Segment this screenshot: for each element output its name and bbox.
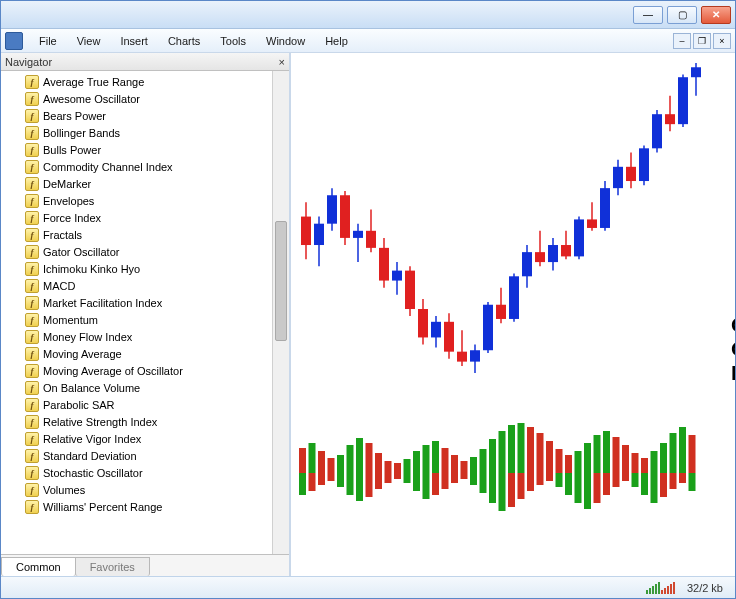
menu-insert[interactable]: Insert: [110, 32, 158, 50]
menu-tools[interactable]: Tools: [210, 32, 256, 50]
svg-rect-136: [603, 473, 610, 495]
indicator-item[interactable]: fBears Power: [25, 107, 272, 124]
indicator-item[interactable]: fBollinger Bands: [25, 124, 272, 141]
indicator-item[interactable]: fFractals: [25, 226, 272, 243]
menubar: File View Insert Charts Tools Window Hel…: [1, 29, 735, 53]
mdi-close-button[interactable]: ×: [713, 33, 731, 49]
svg-rect-145: [689, 473, 696, 491]
indicator-item[interactable]: fEnvelopes: [25, 192, 272, 209]
svg-rect-55: [652, 114, 662, 148]
svg-rect-113: [385, 473, 392, 483]
menu-view[interactable]: View: [67, 32, 111, 50]
chart-area[interactable]: Gator Oscillator Indicator: [291, 53, 735, 576]
indicator-item[interactable]: fForce Index: [25, 209, 272, 226]
indicator-item[interactable]: fRelative Vigor Index: [25, 430, 272, 447]
indicator-icon: f: [25, 347, 39, 361]
indicator-label: Parabolic SAR: [43, 399, 115, 411]
mdi-restore-button[interactable]: ❐: [693, 33, 711, 49]
indicator-icon: f: [25, 398, 39, 412]
svg-rect-5: [327, 195, 337, 223]
mdi-minimize-button[interactable]: –: [673, 33, 691, 49]
indicator-icon: f: [25, 381, 39, 395]
svg-rect-119: [442, 473, 449, 489]
indicator-item[interactable]: fRelative Strength Index: [25, 413, 272, 430]
svg-rect-51: [626, 167, 636, 181]
indicator-item[interactable]: fGator Oscillator: [25, 243, 272, 260]
tab-common[interactable]: Common: [1, 557, 76, 576]
indicator-item[interactable]: fMoving Average: [25, 345, 272, 362]
indicator-icon: f: [25, 160, 39, 174]
menu-charts[interactable]: Charts: [158, 32, 210, 50]
svg-rect-93: [594, 435, 601, 473]
menu-window[interactable]: Window: [256, 32, 315, 50]
indicator-item[interactable]: fMoving Average of Oscillator: [25, 362, 272, 379]
indicator-label: Williams' Percent Range: [43, 501, 162, 513]
navigator-tabs: Common Favorites: [1, 554, 289, 576]
indicator-item[interactable]: fMomentum: [25, 311, 272, 328]
indicator-item[interactable]: fStandard Deviation: [25, 447, 272, 464]
svg-rect-35: [522, 252, 532, 276]
indicator-item[interactable]: fWilliams' Percent Range: [25, 498, 272, 515]
indicator-label: Force Index: [43, 212, 101, 224]
svg-rect-107: [328, 473, 335, 481]
svg-rect-82: [489, 439, 496, 473]
indicator-label: Gator Oscillator: [43, 246, 119, 258]
indicator-label: Average True Range: [43, 76, 144, 88]
svg-rect-72: [394, 463, 401, 473]
scrollbar-thumb[interactable]: [275, 221, 287, 341]
svg-rect-85: [518, 423, 525, 473]
svg-rect-65: [328, 458, 335, 473]
svg-rect-100: [660, 443, 667, 473]
indicator-icon: f: [25, 143, 39, 157]
svg-rect-47: [600, 188, 610, 228]
indicator-item[interactable]: fMACD: [25, 277, 272, 294]
maximize-button[interactable]: ▢: [667, 6, 697, 24]
svg-rect-61: [691, 67, 701, 77]
indicator-label: Bears Power: [43, 110, 106, 122]
svg-rect-98: [641, 458, 648, 473]
indicator-item[interactable]: fAwesome Oscillator: [25, 90, 272, 107]
indicator-item[interactable]: fIchimoku Kinko Hyo: [25, 260, 272, 277]
svg-rect-90: [565, 455, 572, 473]
minimize-button[interactable]: —: [633, 6, 663, 24]
indicator-icon: f: [25, 75, 39, 89]
svg-rect-137: [613, 473, 620, 487]
indicator-label: Commodity Channel Index: [43, 161, 173, 173]
svg-rect-53: [639, 148, 649, 181]
svg-rect-110: [356, 473, 363, 501]
svg-rect-84: [508, 425, 515, 473]
app-icon: [5, 32, 23, 50]
svg-rect-129: [537, 473, 544, 485]
indicator-label: Fractals: [43, 229, 82, 241]
indicator-item[interactable]: fMarket Facilitation Index: [25, 294, 272, 311]
tab-favorites[interactable]: Favorites: [75, 557, 150, 576]
navigator-close-icon[interactable]: ×: [279, 56, 285, 68]
connection-signal-icon: [646, 582, 675, 594]
svg-rect-96: [622, 445, 629, 473]
indicator-label: Bollinger Bands: [43, 127, 120, 139]
indicator-item[interactable]: fMoney Flow Index: [25, 328, 272, 345]
indicator-item[interactable]: fCommodity Channel Index: [25, 158, 272, 175]
indicator-list[interactable]: fAverage True RangefAwesome OscillatorfB…: [1, 71, 272, 554]
svg-rect-59: [678, 77, 688, 124]
svg-rect-139: [632, 473, 639, 487]
close-button[interactable]: ✕: [701, 6, 731, 24]
indicator-item[interactable]: fBulls Power: [25, 141, 272, 158]
svg-rect-69: [366, 443, 373, 473]
svg-rect-138: [622, 473, 629, 481]
svg-rect-131: [556, 473, 563, 487]
indicator-icon: f: [25, 262, 39, 276]
indicator-item[interactable]: fVolumes: [25, 481, 272, 498]
indicator-item[interactable]: fOn Balance Volume: [25, 379, 272, 396]
indicator-item[interactable]: fParabolic SAR: [25, 396, 272, 413]
menu-help[interactable]: Help: [315, 32, 358, 50]
svg-rect-79: [461, 461, 468, 473]
menu-file[interactable]: File: [29, 32, 67, 50]
svg-rect-106: [318, 473, 325, 485]
indicator-item[interactable]: fAverage True Range: [25, 73, 272, 90]
indicator-item[interactable]: fDeMarker: [25, 175, 272, 192]
svg-rect-92: [584, 443, 591, 473]
navigator-scrollbar[interactable]: [272, 71, 289, 554]
indicator-label: Volumes: [43, 484, 85, 496]
indicator-item[interactable]: fStochastic Oscillator: [25, 464, 272, 481]
